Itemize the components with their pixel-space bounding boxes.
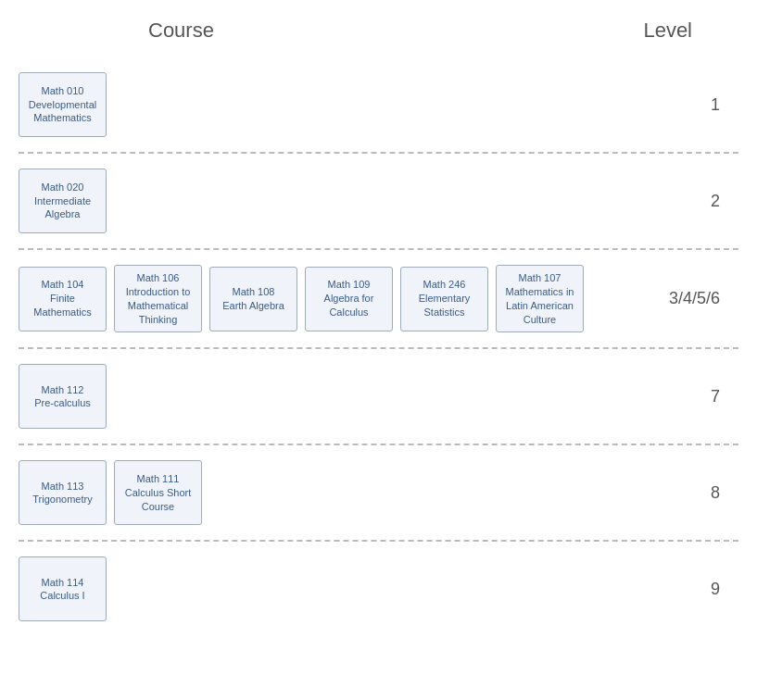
level-label-4: 7 <box>674 387 738 406</box>
level-row-3: Math 104 Finite MathematicsMath 106 Intr… <box>19 254 738 344</box>
course-card-math-109[interactable]: Math 109 Algebra for Calculus <box>305 267 393 331</box>
level-row-1: Math 010 Developmental Mathematics1 <box>19 61 738 148</box>
course-card-math-020[interactable]: Math 020 Intermediate Algebra <box>19 169 107 233</box>
course-card-math-246[interactable]: Math 246 Elementary Statistics <box>400 267 488 331</box>
course-card-math-113[interactable]: Math 113 Trigonometry <box>19 460 107 525</box>
level-label-2: 2 <box>674 192 738 211</box>
header-row: Course Level <box>19 9 738 52</box>
courses-area-2: Math 020 Intermediate Algebra <box>19 169 674 233</box>
level-row-5: Math 113 TrigonometryMath 111 Calculus S… <box>19 449 738 536</box>
divider-2 <box>19 248 738 250</box>
level-label-3: 3/4/5/6 <box>669 289 738 308</box>
courses-area-5: Math 113 TrigonometryMath 111 Calculus S… <box>19 460 674 525</box>
course-card-math-108[interactable]: Math 108 Earth Algebra <box>209 267 297 331</box>
course-card-math-010[interactable]: Math 010 Developmental Mathematics <box>19 72 107 137</box>
course-card-math-104[interactable]: Math 104 Finite Mathematics <box>19 267 107 331</box>
courses-area-4: Math 112 Pre-calculus <box>19 364 674 429</box>
page-container: Course Level Math 010 Developmental Math… <box>0 0 757 642</box>
level-row-4: Math 112 Pre-calculus7 <box>19 353 738 440</box>
level-label-6: 9 <box>674 580 738 599</box>
level-label-5: 8 <box>674 483 738 503</box>
level-row-2: Math 020 Intermediate Algebra2 <box>19 157 738 244</box>
divider-1 <box>19 152 738 154</box>
course-card-math-111[interactable]: Math 111 Calculus Short Course <box>114 460 202 525</box>
divider-5 <box>19 540 738 542</box>
course-card-math-106[interactable]: Math 106 Introduction to Mathematical Th… <box>114 265 202 332</box>
divider-3 <box>19 347 738 349</box>
divider-4 <box>19 444 738 445</box>
courses-area-3: Math 104 Finite MathematicsMath 106 Intr… <box>19 265 669 332</box>
level-label-1: 1 <box>674 95 738 115</box>
level-header: Level <box>643 19 692 43</box>
course-card-math-114[interactable]: Math 114 Calculus I <box>19 556 107 621</box>
rows-container: Math 010 Developmental Mathematics1Math … <box>19 61 738 632</box>
course-header: Course <box>148 19 214 43</box>
level-row-6: Math 114 Calculus I9 <box>19 545 738 632</box>
courses-area-1: Math 010 Developmental Mathematics <box>19 72 674 137</box>
courses-area-6: Math 114 Calculus I <box>19 556 674 621</box>
course-card-math-112[interactable]: Math 112 Pre-calculus <box>19 364 107 429</box>
course-card-math-107[interactable]: Math 107 Mathematics in Latin American C… <box>496 265 584 332</box>
